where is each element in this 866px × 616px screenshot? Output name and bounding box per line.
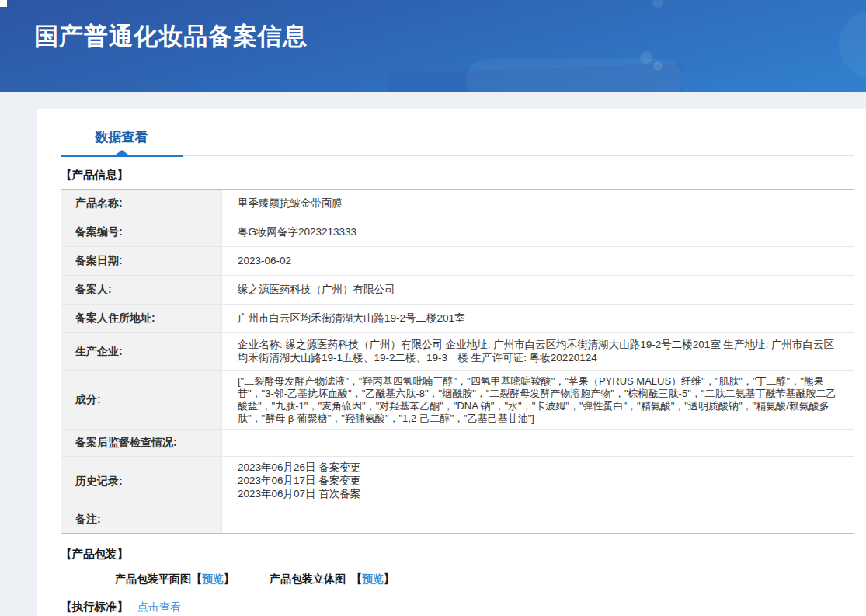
table-row: 备注: (61, 506, 854, 533)
packaging-flat-label: 产品包装平面图 (115, 572, 191, 586)
table-row: 产品名称: 里季臻颜抗皱金带面膜 (61, 190, 854, 218)
banner-decoration (652, 0, 663, 8)
packaging-flat-preview-link[interactable]: 预览 (202, 572, 224, 586)
product-info-table: 产品名称: 里季臻颜抗皱金带面膜 备案编号: 粤G妆网备字2023213333 … (61, 189, 854, 534)
tab-active-underline (61, 155, 183, 157)
row-label: 备案后监督检查情况: (61, 430, 222, 456)
banner-decoration (653, 61, 663, 71)
table-row: 备案人住所地址: 广州市白云区均禾街清湖大山路19-2号二楼201室 (61, 305, 854, 333)
corner-decoration (0, 0, 7, 7)
packaging-stereo-preview-link[interactable]: 预览 (362, 572, 384, 586)
table-row: 生产企业: 企业名称: 缘之源医药科技（广州）有限公司 企业地址: 广州市白云区… (61, 333, 854, 371)
bracket-close: 】 (224, 572, 235, 586)
row-label: 备注: (61, 506, 222, 533)
section-product-packaging-title: 【产品包装】 (61, 547, 866, 562)
packaging-stereo-label: 产品包装立体图 (270, 572, 346, 586)
packaging-flat-group: 产品包装平面图 【预览】 (115, 572, 235, 586)
tab-bar-divider (183, 155, 854, 156)
row-value (222, 430, 854, 456)
content-card: 数据查看 【产品信息】 产品名称: 里季臻颜抗皱金带面膜 备案编号: 粤G妆网备… (37, 109, 866, 616)
bracket-open: 【 (351, 572, 362, 586)
table-row: 成分: ["二裂酵母发酵产物滤液"，"羟丙基四氢吡喃三醇"，"四氢甲基嘧啶羧酸"… (61, 371, 854, 430)
table-row: 备案日期: 2023-06-02 (61, 247, 854, 276)
row-value (222, 506, 854, 533)
row-label: 产品名称: (61, 190, 222, 218)
banner-decoration (466, 59, 683, 92)
bracket-open: 【 (191, 572, 202, 586)
banner-decoration (839, 11, 866, 78)
row-label: 备案人: (61, 276, 222, 304)
tab-bar: 数据查看 (61, 109, 854, 157)
row-value: 2023年06月26日 备案变更 2023年06月17日 备案变更 2023年0… (222, 457, 854, 506)
row-label: 历史记录: (61, 457, 222, 506)
row-label: 备案日期: (61, 247, 222, 275)
section-product-info-title: 【产品信息】 (61, 168, 866, 183)
row-label: 备案人住所地址: (61, 305, 222, 332)
packaging-preview-row: 产品包装平面图 【预览】 产品包装立体图 【预览】 (115, 572, 866, 586)
packaging-stereo-group: 产品包装立体图 【预览】 (270, 572, 395, 586)
execution-standard-row: 【执行标准】 点击查看 (61, 600, 866, 614)
row-value: ["二裂酵母发酵产物滤液"，"羟丙基四氢吡喃三醇"，"四氢甲基嘧啶羧酸"，"苹果… (222, 371, 854, 429)
page-title: 国产普通化妆品备案信息 (34, 20, 308, 53)
row-value: 广州市白云区均禾街清湖大山路19-2号二楼201室 (222, 305, 854, 332)
execution-standard-view-link[interactable]: 点击查看 (137, 600, 181, 614)
row-value: 企业名称: 缘之源医药科技（广州）有限公司 企业地址: 广州市白云区均禾街清湖大… (222, 333, 854, 370)
row-value: 粤G妆网备字2023213333 (222, 218, 854, 246)
tab-active-triangle-icon (116, 150, 128, 155)
page-banner: 国产普通化妆品备案信息 (0, 0, 866, 92)
tab-data-view-label: 数据查看 (61, 128, 183, 146)
bracket-close: 】 (384, 572, 395, 586)
table-row: 备案编号: 粤G妆网备字2023213333 (61, 218, 854, 247)
row-label: 备案编号: (61, 218, 222, 246)
row-value: 里季臻颜抗皱金带面膜 (222, 190, 854, 218)
table-row: 备案人: 缘之源医药科技（广州）有限公司 (61, 276, 854, 305)
table-row: 历史记录: 2023年06月26日 备案变更 2023年06月17日 备案变更 … (61, 457, 854, 506)
row-value: 缘之源医药科技（广州）有限公司 (222, 276, 854, 304)
banner-decoration (640, 51, 652, 64)
row-label: 生产企业: (61, 333, 222, 370)
row-label: 成分: (61, 371, 222, 429)
row-value: 2023-06-02 (222, 247, 854, 275)
tab-data-view[interactable]: 数据查看 (61, 128, 183, 157)
table-row: 备案后监督检查情况: (61, 430, 854, 457)
section-execution-standard-title: 【执行标准】 (61, 600, 128, 614)
